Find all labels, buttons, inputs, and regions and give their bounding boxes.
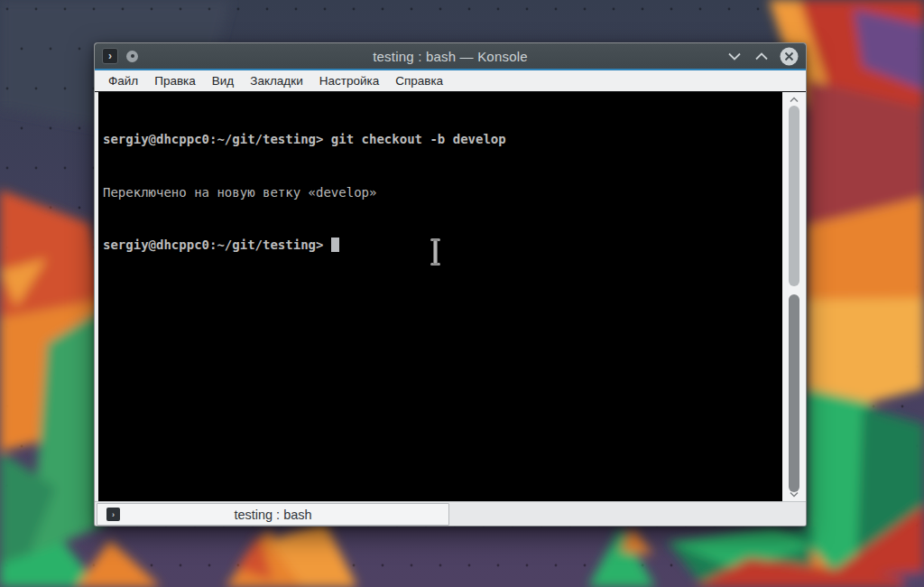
scrollbar-track-segment[interactable] <box>789 106 799 286</box>
tabbar: › testing : bash <box>95 501 806 526</box>
maximize-icon[interactable] <box>752 46 772 66</box>
terminal-region: sergiy@dhcppc0:~/git/testing> git checko… <box>95 92 806 501</box>
window-title: testing : bash — Konsole <box>95 49 806 64</box>
scrollbar[interactable] <box>782 92 806 501</box>
terminal-tab-icon: › <box>106 508 120 521</box>
tab-testing-bash[interactable]: › testing : bash <box>97 503 449 526</box>
titlebar[interactable]: › testing : bash — Konsole <box>95 43 806 70</box>
desktop: › testing : bash — Konsole <box>0 0 924 587</box>
scroll-down-icon[interactable] <box>782 489 806 499</box>
pin-icon[interactable] <box>126 51 138 62</box>
tab-label: testing : bash <box>234 508 311 522</box>
minimize-icon[interactable] <box>725 46 744 66</box>
scrollbar-thumb[interactable] <box>789 294 799 492</box>
terminal-line: Переключено на новую ветку «develop» <box>103 184 781 202</box>
menu-file[interactable]: Файл <box>100 70 146 92</box>
konsole-window: › testing : bash — Konsole <box>94 42 807 526</box>
close-icon[interactable] <box>779 46 799 66</box>
terminal-output[interactable]: sergiy@dhcppc0:~/git/testing> git checko… <box>98 92 782 501</box>
menu-settings[interactable]: Настройка <box>311 70 387 92</box>
menu-edit[interactable]: Правка <box>146 70 204 92</box>
menu-view[interactable]: Вид <box>204 70 242 92</box>
menubar: Файл Правка Вид Закладки Настройка Справ… <box>95 70 806 92</box>
terminal-prompt-line: sergiy@dhcppc0:~/git/testing> <box>103 237 781 255</box>
terminal-cursor <box>331 238 339 252</box>
konsole-app-icon[interactable]: › <box>102 48 118 64</box>
menu-help[interactable]: Справка <box>387 70 451 92</box>
menu-bookmarks[interactable]: Закладки <box>242 70 310 92</box>
scroll-up-icon[interactable] <box>782 94 806 105</box>
terminal-line: sergiy@dhcppc0:~/git/testing> git checko… <box>103 131 781 149</box>
